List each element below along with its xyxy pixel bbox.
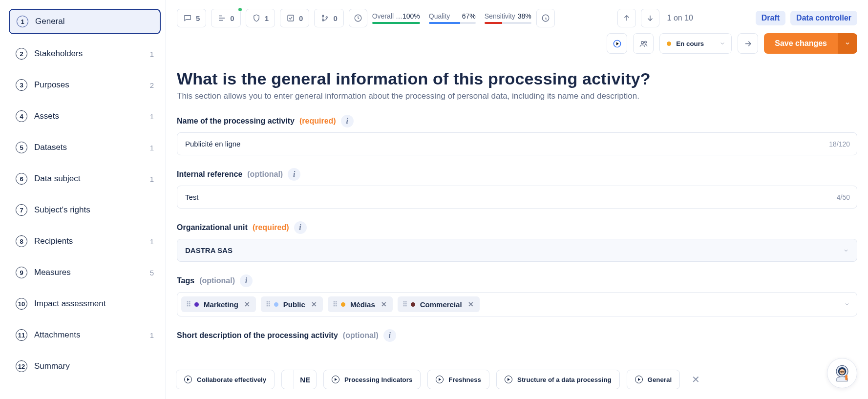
shield-button[interactable]: 1 [246, 9, 275, 27]
name-label: Name of the processing activity [177, 117, 295, 126]
org-unit-select[interactable]: DASTRA SAS [177, 239, 857, 262]
save-dropdown-button[interactable] [838, 33, 857, 54]
tag-remove[interactable]: ✕ [243, 300, 251, 309]
save-group: Save changes [764, 33, 857, 54]
info-icon[interactable]: i [288, 168, 300, 181]
tag-remove[interactable]: ✕ [467, 300, 475, 309]
step-label: Subject's rights [34, 205, 147, 215]
sidebar-step-summary[interactable]: 12 Summary [9, 355, 161, 378]
svg-rect-15 [845, 375, 847, 380]
pagination-text: 1 on 10 [667, 14, 693, 22]
sidebar-step-assets[interactable]: 4 Assets 1 [9, 105, 161, 128]
tray-collaborate[interactable]: Collaborate effectively [176, 370, 275, 389]
forward-button[interactable] [738, 33, 758, 54]
required-hint: (required) [299, 117, 336, 126]
metric-quality[interactable]: Quality67% [429, 12, 476, 24]
step-count: 1 [150, 331, 154, 339]
tag-remove[interactable]: ✕ [310, 300, 318, 309]
tag-remove[interactable]: ✕ [380, 300, 388, 309]
step-number: 10 [16, 298, 27, 310]
sidebar-step-purposes[interactable]: 3 Purposes 2 [9, 73, 161, 97]
info-button[interactable] [536, 9, 555, 27]
required-hint: (required) [253, 223, 289, 232]
reference-input[interactable] [177, 186, 857, 208]
step-count: 1 [150, 50, 154, 58]
tray-fragment[interactable]: NE [281, 370, 317, 389]
page-title: What is the general information of this … [177, 69, 857, 88]
info-icon[interactable]: i [383, 329, 396, 342]
tag-chip[interactable]: ⠿ Marketing ✕ [181, 296, 256, 312]
metric-sensitivity-label: Sensitivity [485, 12, 515, 20]
next-button[interactable] [641, 9, 659, 27]
sidebar-step-data-subject[interactable]: 6 Data subject 1 [9, 167, 161, 190]
tag-chip[interactable]: ⠿ Commercial ✕ [398, 296, 480, 312]
step-number: 5 [16, 142, 27, 153]
tray-indicators[interactable]: Processing Indicators [323, 370, 421, 389]
tray-general[interactable]: General [627, 370, 680, 389]
metric-overall[interactable]: Overall …100% [372, 12, 420, 24]
prev-button[interactable] [617, 9, 636, 27]
step-number: 7 [16, 204, 27, 216]
tasks-button[interactable]: 0 [280, 9, 309, 27]
tray-close[interactable]: ✕ [687, 371, 705, 388]
step-number: 2 [16, 48, 27, 60]
description-label: Short description of the processing acti… [177, 331, 338, 340]
step-count: 5 [150, 269, 154, 277]
tray-structure-label: Structure of a data processing [517, 376, 612, 383]
comments-button[interactable]: 5 [177, 9, 206, 27]
sidebar-step-attachments[interactable]: 11 Attachments 1 [9, 323, 161, 347]
shield-icon [252, 14, 261, 22]
arrow-right-icon [743, 39, 753, 48]
sidebar: 1 General 2 Stakeholders 13 Purposes 24 … [0, 0, 166, 399]
list-button[interactable]: 0 [211, 9, 240, 27]
step-number: 4 [16, 110, 27, 122]
tray-structure[interactable]: Structure of a data processing [496, 370, 620, 389]
sidebar-step-impact-assessment[interactable]: 10 Impact assessment [9, 292, 161, 315]
shield-count: 1 [265, 14, 269, 22]
sidebar-step-stakeholders[interactable]: 2 Stakeholders 1 [9, 42, 161, 65]
history-button[interactable] [349, 9, 367, 27]
step-label: Stakeholders [34, 49, 143, 59]
main-panel: 5 0 1 0 0 Overall … [166, 0, 868, 399]
save-button[interactable]: Save changes [764, 33, 838, 54]
step-number: 11 [16, 329, 27, 341]
info-icon [541, 14, 550, 22]
branches-button[interactable]: 0 [314, 9, 343, 27]
info-icon[interactable]: i [240, 274, 253, 287]
topbar: 5 0 1 0 0 Overall … [166, 0, 868, 30]
tags-select[interactable]: ⠿ Marketing ✕⠿ Public ✕⠿ Médias ✕⠿ Comme… [177, 292, 857, 316]
play-button[interactable] [607, 33, 627, 54]
workflow-status-dropdown[interactable]: En cours [659, 33, 732, 54]
step-number: 6 [16, 173, 27, 185]
status-draft-pill: Draft [756, 11, 785, 25]
metric-sensitivity-value: 38% [518, 12, 531, 20]
people-icon [639, 39, 648, 48]
field-description: Short description of the processing acti… [177, 329, 857, 342]
tag-chip[interactable]: ⠿ Public ✕ [261, 296, 323, 312]
sidebar-step-measures[interactable]: 9 Measures 5 [9, 261, 161, 284]
clock-icon [354, 14, 362, 22]
tray-freshness[interactable]: Freshness [427, 370, 489, 389]
tag-color-dot [194, 302, 199, 307]
topbar-row2: En cours Save changes [166, 30, 868, 54]
sidebar-step-datasets[interactable]: 5 Datasets 1 [9, 136, 161, 159]
tag-label: Commercial [420, 300, 462, 309]
svg-point-2 [322, 20, 324, 21]
sidebar-step-recipients[interactable]: 8 Recipients 1 [9, 230, 161, 253]
name-input[interactable] [177, 133, 857, 155]
sidebar-step-subject-s-rights[interactable]: 7 Subject's rights [9, 198, 161, 222]
info-icon[interactable]: i [341, 115, 354, 127]
svg-point-3 [326, 17, 328, 18]
info-icon[interactable]: i [294, 221, 307, 234]
step-count: 1 [150, 112, 154, 121]
people-button[interactable] [633, 33, 654, 54]
metric-sensitivity[interactable]: Sensitivity38% [485, 12, 531, 24]
tag-chip[interactable]: ⠿ Médias ✕ [328, 296, 393, 312]
tray-fragment-label: NE [294, 370, 316, 389]
field-reference: Internal reference (optional) i 4/50 [177, 168, 857, 209]
branches-count: 0 [333, 14, 337, 22]
list-icon [217, 14, 226, 22]
help-avatar-button[interactable] [827, 358, 857, 388]
field-org-unit: Organizational unit (required) i DASTRA … [177, 221, 857, 262]
sidebar-step-general[interactable]: 1 General [9, 9, 161, 34]
